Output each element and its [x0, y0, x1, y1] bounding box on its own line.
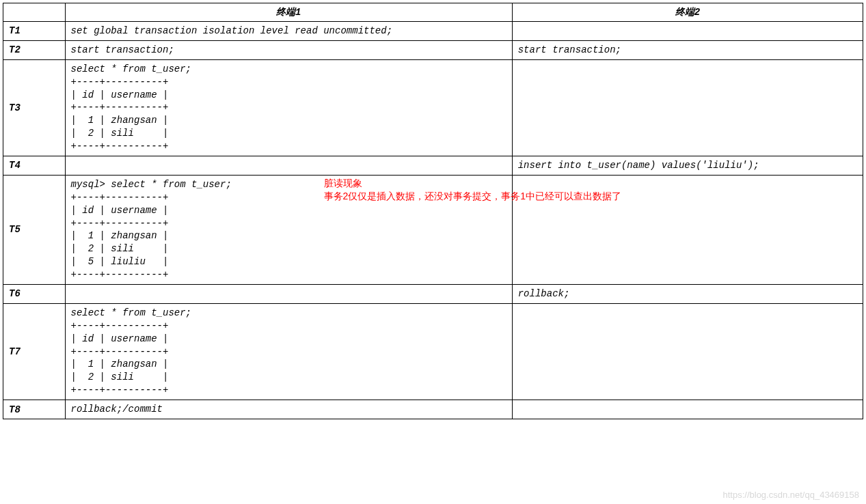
row-t6: T6 rollback;: [3, 285, 863, 304]
terminal1-cell: rollback;/commit: [65, 400, 512, 419]
header-row: 终端1 终端2: [3, 3, 863, 22]
terminal1-cell: set global transaction isolation level r…: [65, 22, 512, 41]
row-t8: T8 rollback;/commit: [3, 400, 863, 419]
step-label: T1: [3, 22, 66, 41]
row-t3: T3 select * from t_user; +----+---------…: [3, 59, 863, 156]
terminal1-cell: select * from t_user; +----+----------+ …: [65, 59, 512, 156]
terminal1-cell: start transaction;: [65, 40, 512, 59]
terminal2-text: rollback;: [518, 288, 857, 300]
row-t2: T2 start transaction; start transaction;: [3, 40, 863, 59]
terminal1-text: set global transaction isolation level r…: [71, 25, 506, 38]
terminal2-cell: [512, 59, 863, 156]
header-terminal-2: 终端2: [512, 3, 863, 22]
transaction-table: 终端1 终端2 T1 set global transaction isolat…: [3, 3, 863, 419]
step-label: T5: [3, 175, 66, 284]
terminal2-cell: start transaction;: [512, 40, 863, 59]
terminal2-cell: [512, 400, 863, 419]
terminal1-cell: [65, 285, 512, 304]
step-label: T7: [3, 303, 66, 400]
terminal2-text: insert into t_user(name) values('liuliu'…: [518, 159, 857, 172]
terminal1-text: start transaction;: [71, 44, 506, 57]
terminal1-text: rollback;/commit: [71, 403, 506, 416]
step-label: T4: [3, 156, 66, 176]
step-label: T6: [3, 285, 66, 304]
step-label: T8: [3, 400, 66, 419]
annotation-text: 脏读现象 事务2仅仅是插入数据，还没对事务提交，事务1中已经可以查出数据了: [324, 177, 622, 203]
terminal2-text: start transaction;: [518, 44, 857, 57]
header-terminal-1: 终端1: [65, 3, 512, 22]
terminal2-cell: rollback;: [512, 285, 863, 304]
terminal2-cell: insert into t_user(name) values('liuliu'…: [512, 156, 863, 176]
step-label: T3: [3, 59, 66, 156]
terminal1-text: select * from t_user; +----+----------+ …: [71, 63, 506, 153]
header-blank: [3, 3, 66, 22]
terminal1-cell: mysql> select * from t_user; +----+-----…: [65, 175, 512, 284]
step-label: T2: [3, 40, 66, 59]
terminal1-text: select * from t_user; +----+----------+ …: [71, 307, 506, 397]
row-t5: T5 mysql> select * from t_user; +----+--…: [3, 175, 863, 284]
terminal2-cell: [512, 303, 863, 400]
row-t7: T7 select * from t_user; +----+---------…: [3, 303, 863, 400]
row-t1: T1 set global transaction isolation leve…: [3, 22, 863, 41]
terminal2-cell: [512, 22, 863, 41]
terminal1-cell: select * from t_user; +----+----------+ …: [65, 303, 512, 400]
terminal1-cell: [65, 156, 512, 176]
row-t4: T4 insert into t_user(name) values('liul…: [3, 156, 863, 176]
dirty-read-annotation: 脏读现象 事务2仅仅是插入数据，还没对事务提交，事务1中已经可以查出数据了: [324, 177, 622, 203]
